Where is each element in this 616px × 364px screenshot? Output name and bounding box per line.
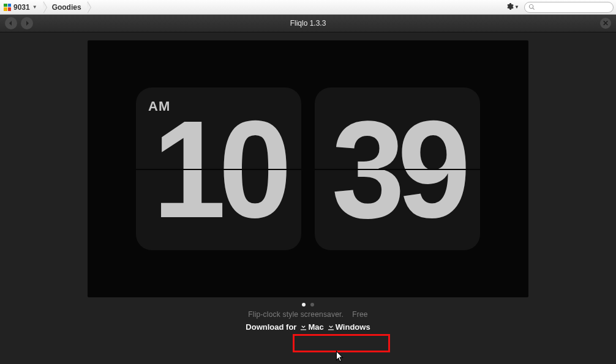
breadcrumb-section[interactable]: Goodies	[43, 0, 88, 14]
cursor-icon	[336, 351, 344, 363]
download-windows-link[interactable]: Windows	[328, 322, 370, 332]
caption-desc: Flip-clock style screensaver.	[248, 310, 344, 319]
search-input[interactable]	[535, 4, 616, 11]
download-windows-label: Windows	[336, 322, 370, 332]
viewer-title: Fliqlo 1.3.3	[0, 19, 616, 28]
download-mac-label: Mac	[308, 322, 323, 332]
chevron-down-icon: ▼	[514, 4, 519, 10]
settings-button[interactable]: ▼	[502, 2, 523, 12]
highlight-box	[293, 334, 390, 352]
chevron-down-icon: ▼	[32, 4, 37, 10]
download-icon	[328, 324, 334, 330]
flip-minutes: 39	[315, 87, 480, 250]
content-area: AM 10 39 Flip-clock style screensaver. F…	[0, 32, 616, 364]
breadcrumb-site-label: 9031	[13, 3, 30, 12]
site-logo-icon	[4, 4, 11, 11]
forward-button[interactable]	[21, 17, 33, 29]
breadcrumb-site[interactable]: 9031 ▼	[0, 0, 43, 14]
arrow-right-icon	[24, 20, 30, 26]
download-icon	[300, 324, 307, 330]
flip-hours: AM 10	[136, 87, 301, 250]
gear-icon	[506, 2, 514, 12]
viewer-bar: Fliqlo 1.3.3 ✕	[0, 15, 616, 32]
caption: Flip-clock style screensaver. Free	[248, 310, 367, 319]
download-prefix: Download for	[246, 322, 296, 332]
search-field[interactable]	[524, 2, 614, 13]
close-button[interactable]: ✕	[600, 18, 611, 29]
top-toolbar: 9031 ▼ Goodies ▼	[0, 0, 616, 15]
caption-free: Free	[352, 310, 367, 319]
pager-dot-1[interactable]	[302, 303, 306, 306]
download-row: Download for Mac Windows	[246, 322, 370, 332]
download-mac-link[interactable]: Mac	[300, 322, 323, 332]
arrow-left-icon	[8, 20, 14, 26]
pager	[302, 303, 314, 306]
search-icon	[528, 4, 535, 10]
back-button[interactable]	[5, 17, 17, 29]
screenshot-stage: AM 10 39	[88, 40, 528, 297]
minutes-value: 39	[331, 100, 463, 238]
breadcrumb-section-label: Goodies	[52, 3, 81, 12]
pager-dot-2[interactable]	[310, 303, 314, 306]
close-icon: ✕	[603, 19, 609, 28]
hours-value: 10	[152, 100, 284, 238]
